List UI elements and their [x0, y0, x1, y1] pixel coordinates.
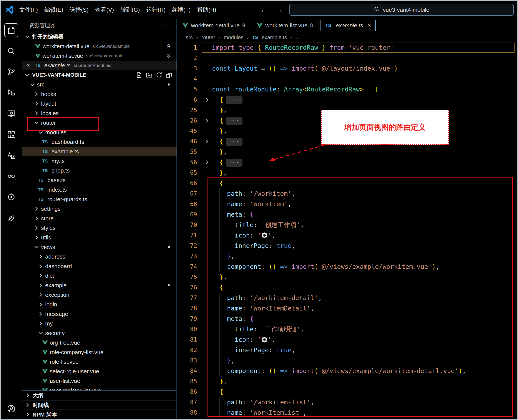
open-editor-workitem-detail-vue[interactable]: workitem-detail.vuesrc\views\example9 [22, 42, 176, 51]
code-line-1[interactable]: 1import type { RouteRecordRaw } from 'vu… [177, 42, 517, 53]
tree-item-index-ts[interactable]: TSindex.ts [22, 185, 176, 195]
code-line-56[interactable]: 56 {··· [177, 157, 517, 167]
code-line-70[interactable]: 70 title: '创建工作项', [177, 220, 517, 230]
code-line-74[interactable]: 74 component: () => import('@/views/exam… [177, 261, 517, 272]
project-header[interactable]: VUE3-VANT4-MOBILE [22, 70, 176, 80]
code-line-82[interactable]: 82 innerPage: true, [177, 345, 517, 355]
line-number[interactable]: 84 [177, 366, 202, 376]
code-line-86[interactable]: 86 { [177, 387, 517, 397]
code-line-85[interactable]: 85 }, [177, 376, 517, 387]
back-arrow-button[interactable]: ← [260, 6, 268, 14]
tree-item-store[interactable]: store [22, 214, 176, 223]
code-line-46[interactable]: 46 {··· [177, 136, 517, 147]
open-editors-header[interactable]: 打开的编辑器 [22, 32, 176, 42]
activity-infinity-button[interactable] [1, 166, 22, 187]
open-editor-workitem-list-vue[interactable]: workitem-list.vuesrc\views\example8 [22, 51, 176, 61]
close-icon[interactable]: × [368, 22, 371, 29]
activity-circle-plugin-button[interactable] [1, 187, 22, 208]
tree-item-utils[interactable]: utils [22, 233, 176, 242]
more-actions-icon[interactable]: ··· [161, 22, 170, 29]
code-line-6[interactable]: 6 {··· [177, 95, 517, 105]
code-line-45[interactable]: 45 }, [177, 126, 517, 136]
tree-item-router[interactable]: router [22, 118, 176, 128]
fold-collapsed-icon[interactable] [202, 136, 212, 147]
line-number[interactable]: 77 [177, 293, 202, 303]
menu-item-0[interactable]: 文件(F) [16, 4, 41, 16]
line-number[interactable]: 82 [177, 345, 202, 355]
line-number[interactable]: 55 [177, 147, 202, 157]
code-line-77[interactable]: 77 path: '/workitem-detail', [177, 293, 517, 303]
line-number[interactable]: 83 [177, 355, 202, 366]
line-number[interactable]: 65 [177, 167, 202, 178]
code-line-80[interactable]: 80 title: '工作项明细', [177, 324, 517, 334]
line-number[interactable]: 68 [177, 199, 202, 209]
menu-item-6[interactable]: 终端(T) [169, 4, 194, 16]
code-line-81[interactable]: 81 icon: '', [177, 334, 517, 345]
tree-item-locales[interactable]: locales [22, 108, 176, 118]
code-line-2[interactable]: 2 [177, 53, 517, 63]
line-number[interactable]: 75 [177, 272, 202, 282]
folded-code-indicator[interactable]: ··· [226, 117, 242, 125]
breadcrumb-item-src[interactable]: src [186, 34, 193, 40]
tree-item-role-list-vue[interactable]: role-list.vue [22, 357, 176, 367]
forward-arrow-button[interactable]: → [276, 6, 283, 14]
sidebar-panel-1[interactable]: 时间线 [22, 400, 176, 410]
menu-item-1[interactable]: 编辑(E) [41, 4, 67, 16]
tree-item-login[interactable]: login [22, 300, 176, 309]
line-number[interactable]: 71 [177, 230, 202, 240]
menu-item-3[interactable]: 查看(V) [92, 4, 117, 16]
tree-item-src[interactable]: src [22, 80, 176, 89]
tree-item-my[interactable]: my [22, 319, 176, 328]
line-number[interactable]: 87 [177, 397, 202, 407]
code-line-68[interactable]: 68 name: 'WorkItem', [177, 199, 517, 209]
activity-translate-button[interactable] [1, 145, 22, 166]
line-number[interactable]: 86 [177, 387, 202, 397]
tree-item-modules[interactable]: modules [22, 128, 176, 137]
tab-workitem-detail-vue[interactable]: workitem-detail.vue9 [177, 19, 251, 32]
code-line-25[interactable]: 25 }, [177, 105, 517, 115]
line-number[interactable]: 5 [177, 84, 202, 95]
account-button[interactable] [7, 404, 16, 414]
line-number[interactable]: 76 [177, 282, 202, 293]
code-line-87[interactable]: 87 path: '/workitem-list', [177, 397, 517, 407]
line-number[interactable]: 69 [177, 209, 202, 220]
line-number[interactable]: 1 [177, 42, 202, 53]
activity-run-debug-button[interactable] [1, 82, 22, 103]
code-line-5[interactable]: 5const routeModule: Array<RouteRecordRaw… [177, 84, 517, 95]
line-number[interactable]: 6 [177, 95, 202, 105]
line-number[interactable]: 88 [177, 407, 202, 418]
folded-code-indicator[interactable]: ··· [226, 159, 242, 167]
line-number[interactable]: 72 [177, 240, 202, 251]
code-line-4[interactable]: 4 [177, 74, 517, 84]
line-number[interactable]: 56 [177, 157, 202, 167]
code-line-83[interactable]: 83 }, [177, 355, 517, 366]
tree-item-router-guards-ts[interactable]: TSrouter-guards.ts [22, 195, 176, 204]
folded-code-indicator[interactable]: ··· [226, 96, 242, 104]
folded-code-indicator[interactable]: ··· [226, 138, 242, 146]
new-file-button[interactable] [135, 71, 143, 78]
tree-item-example-ts[interactable]: TSexample.ts [22, 147, 176, 156]
collapse-all-button[interactable] [165, 71, 173, 78]
code-line-67[interactable]: 67 path: '/workitem', [177, 188, 517, 199]
code-line-76[interactable]: 76 { [177, 282, 517, 293]
code-line-71[interactable]: 71 icon: '', [177, 230, 517, 240]
line-number[interactable]: 80 [177, 324, 202, 334]
code-line-84[interactable]: 84 component: () => import('@/views/exam… [177, 366, 517, 376]
line-number[interactable]: 25 [177, 105, 202, 115]
code-line-88[interactable]: 88 name: 'WorkItemList', [177, 407, 517, 418]
sidebar-panel-2[interactable]: NPM 脚本 [22, 410, 176, 419]
line-number[interactable]: 45 [177, 126, 202, 136]
activity-leaf-plugin-button[interactable] [1, 208, 22, 228]
line-number[interactable]: 2 [177, 53, 202, 63]
tree-item-user-list-vue[interactable]: user-list.vue [22, 376, 176, 386]
tree-item-dashboard-ts[interactable]: TSdashboard.ts [22, 137, 176, 147]
refresh-button[interactable] [156, 71, 163, 78]
tree-item-settings[interactable]: settings [22, 204, 176, 214]
tree-item-base-ts[interactable]: TSbase.ts [22, 175, 176, 185]
code-line-73[interactable]: 73 }, [177, 251, 517, 261]
code-line-55[interactable]: 55 }, [177, 147, 517, 157]
tree-item-security[interactable]: security [22, 328, 176, 338]
menu-item-5[interactable]: 运行(R) [143, 4, 169, 16]
activity-explorer-button[interactable] [1, 20, 22, 41]
sidebar-panel-0[interactable]: 大纲 [22, 390, 176, 400]
